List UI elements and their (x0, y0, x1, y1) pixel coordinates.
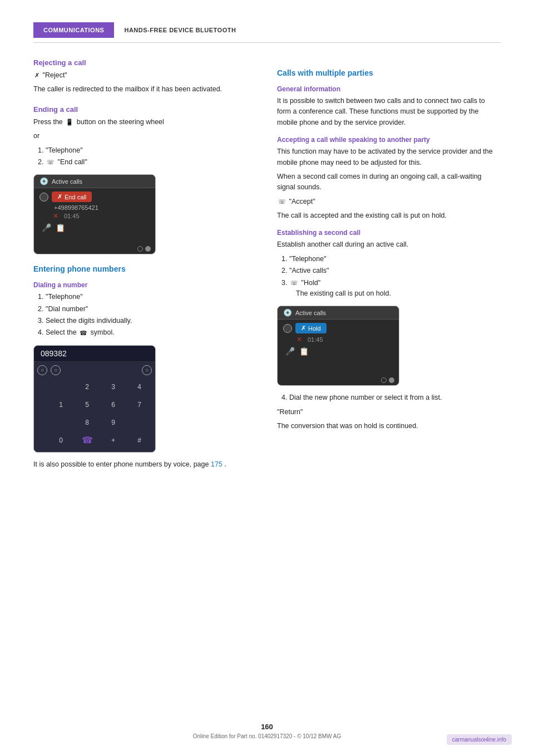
left-column: Rejecting a call ✗ "Reject" The caller i… (33, 58, 257, 473)
keypad-top-row: ○ ○ ○ (37, 365, 152, 375)
accept-icon: ☏ (278, 197, 286, 207)
general-text: It is possible to switch between two cal… (277, 96, 501, 128)
key-2[interactable]: 2 (75, 379, 100, 395)
screen-number: +498998765421 (54, 204, 150, 211)
keypad-grid: 2 3 4 1 5 6 7 8 9 0 ☎ (48, 379, 152, 449)
est-step-1: "Telephone" (289, 254, 501, 264)
key-8[interactable]: 8 (75, 414, 100, 431)
end-call-label: End call (65, 194, 86, 200)
establishing-text: Establish another call during an active … (277, 239, 501, 250)
key-0[interactable]: 0 (48, 432, 73, 449)
screen-icon-mic: 🎤 (42, 223, 51, 232)
key-empty3 (127, 414, 152, 431)
ending-heading: Ending a call (33, 105, 257, 114)
screen-titlebar-1: 💿 Active calls (34, 175, 155, 188)
main-content: Rejecting a call ✗ "Reject" The caller i… (33, 58, 501, 473)
nav-circle-3 (381, 377, 387, 383)
communications-tab: COMMUNICATIONS (33, 22, 114, 38)
page-number: 160 (261, 723, 273, 731)
entering-heading: Entering phone numbers (33, 264, 257, 273)
key-7[interactable]: 7 (127, 396, 152, 413)
end-call-btn[interactable]: ✗ End call (52, 192, 92, 202)
screen-time-3: 01:45 (308, 336, 323, 343)
screen-body-3: ✗ Hold ✕ 01:45 🎤 📋 (278, 320, 399, 375)
tab-label: COMMUNICATIONS (43, 27, 104, 33)
screen-icons-row-3: 🎤 📋 (285, 347, 393, 356)
return-note: The conversion that was on hold is conti… (277, 421, 501, 431)
screen-body-1: ✗ End call +498998765421 ✕ 01:45 🎤 📋 (34, 188, 155, 244)
hold-btn[interactable]: ✗ Hold (295, 323, 327, 333)
ending-or: or (33, 131, 257, 141)
step-text: "End call" (57, 158, 87, 166)
key-3[interactable]: 3 (101, 379, 126, 395)
nav-circle-filled (145, 246, 151, 252)
dial-step-1: "Telephone" (46, 292, 257, 302)
dial-step-3: Select the digits individually. (46, 316, 257, 326)
est-step-note-3: The existing call is put on hold. (296, 289, 391, 297)
key-4[interactable]: 4 (127, 379, 152, 395)
general-heading: General information (277, 85, 501, 93)
est-step-text-1: "Telephone" (289, 255, 327, 263)
accepting-note: The call is accepted and the existing ca… (277, 210, 501, 221)
screen-keypad: 089382 ○ ○ ○ 2 3 (33, 345, 156, 453)
nav-circle (137, 246, 143, 252)
entering-note-text: It is also possible to enter phone numbe… (33, 460, 209, 468)
screen-title-1: Active calls (52, 178, 82, 185)
key-9[interactable]: 9 (101, 414, 126, 431)
screen-nav-3 (278, 375, 399, 385)
entering-section: Entering phone numbers Dialing a number … (33, 264, 257, 470)
est-step-3: ☏ "Hold" The existing call is put on hol… (289, 278, 501, 300)
knob-right[interactable]: ○ (51, 365, 61, 375)
watermark-text: carmanualsонline.info (452, 737, 506, 743)
ending-step-2: ☏ "End call" (46, 157, 257, 168)
screen-title-3: Active calls (295, 310, 326, 316)
page-container: COMMUNICATIONS HANDS-FREE DEVICE BLUETOO… (0, 0, 534, 756)
page-header: COMMUNICATIONS HANDS-FREE DEVICE BLUETOO… (33, 22, 501, 43)
key-call[interactable]: ☎ (75, 432, 100, 449)
screen-end-call: 💿 Active calls ✗ End call +498998765421 (33, 174, 156, 254)
dialing-steps-list: "Telephone" "Dial number" Select the dig… (33, 292, 257, 338)
section-label-text: HANDS-FREE DEVICE BLUETOOTH (124, 27, 236, 33)
knob-left[interactable]: ○ (37, 365, 47, 375)
ending-text2: button on the steering wheel (77, 118, 164, 126)
accepting-text2: When a second call comes in during an on… (277, 171, 501, 193)
establishing-heading: Establishing a second call (277, 229, 501, 237)
ending-steps-list: "Telephone" ☏ "End call" (33, 145, 257, 168)
dial-symbol-icon: ☎ (80, 328, 87, 338)
reject-icon: ✗ (34, 71, 39, 80)
key-hash[interactable]: # (127, 432, 152, 449)
end-call-icon: ☏ (47, 158, 55, 167)
footer-text: Online Edition for Part no. 01402917320 … (193, 733, 341, 739)
screen-x-icon-3: ✕ (296, 336, 302, 343)
key-1[interactable]: 1 (48, 396, 73, 413)
keypad-left-controls: ○ ○ (37, 365, 61, 375)
est-step-2: "Active calls" (289, 266, 501, 276)
accepting-heading-text: Accepting a call while speaking to anoth… (277, 136, 430, 144)
hold-icon: ☏ (290, 278, 298, 288)
dial-symbol-after: symbol. (91, 328, 115, 336)
est-step-text-4: Dial the new phone number or select it f… (289, 394, 442, 401)
nav-circle-filled-3 (389, 377, 394, 383)
section-label: HANDS-FREE DEVICE BLUETOOTH (114, 22, 246, 38)
key-6[interactable]: 6 (101, 396, 126, 413)
ending-step-1: "Telephone" (46, 145, 257, 156)
est-step-4: Dial the new phone number or select it f… (289, 392, 501, 403)
dial-step-text-1: "Telephone" (46, 293, 83, 301)
key-plus[interactable]: + (101, 432, 126, 449)
est-step-text-3: "Hold" (301, 279, 320, 287)
step-text: "Telephone" (46, 146, 83, 154)
calls-multiple-section: Calls with multiple parties General info… (277, 68, 501, 431)
accepting-text1: This function may have to be activated b… (277, 146, 501, 168)
est-step4-list: Dial the new phone number or select it f… (277, 392, 501, 403)
entering-note-link[interactable]: 175 (211, 460, 222, 468)
knob-right-side[interactable]: ○ (142, 365, 152, 375)
key-empty2 (48, 414, 73, 431)
screen-x-icon: ✕ (53, 212, 58, 220)
screen-hold: 💿 Active calls ✗ Hold ✕ (277, 306, 399, 386)
screen-icon-list-3: 📋 (299, 347, 309, 356)
screen-icon-list: 📋 (56, 223, 65, 232)
accepting-label: "Accept" (289, 198, 315, 205)
key-5[interactable]: 5 (75, 396, 100, 413)
screen-row-btn: ✗ End call (39, 192, 150, 202)
screen-time-1: 01:45 (64, 213, 80, 219)
